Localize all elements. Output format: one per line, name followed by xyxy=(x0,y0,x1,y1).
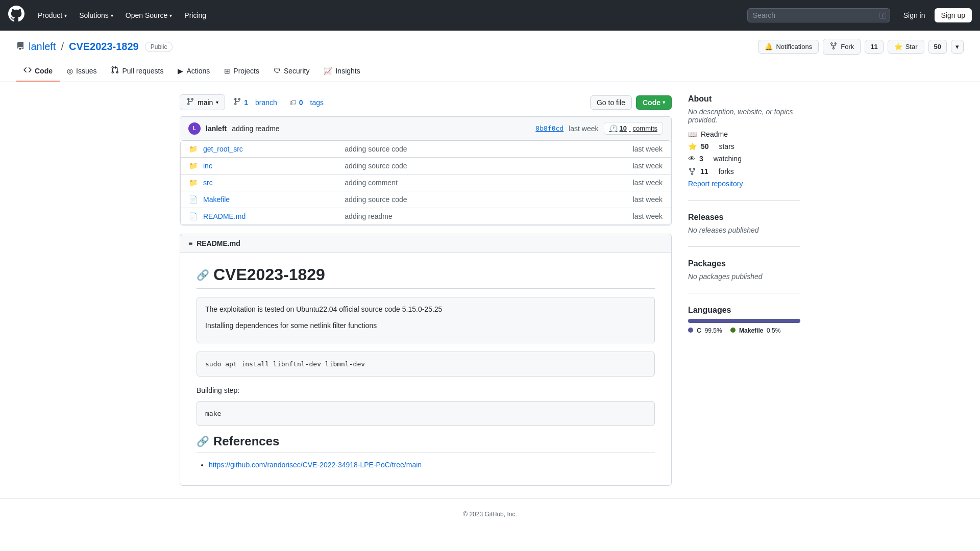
repo-name[interactable]: CVE2023-1829 xyxy=(69,41,139,53)
readme-references-title: 🔗 References xyxy=(197,434,655,453)
file-row: 📄 Makefile adding source code last week xyxy=(181,191,671,208)
readme-icon: 📖 xyxy=(688,130,697,138)
report-link[interactable]: Report repository xyxy=(688,180,743,188)
commit-author[interactable]: lanleft xyxy=(206,124,227,133)
language-legend: C 99.5% Makefile 0.5% xyxy=(688,327,800,334)
nav-product[interactable]: Product ▾ xyxy=(33,8,72,22)
file-name-inc[interactable]: inc xyxy=(203,162,338,170)
commit-message: adding readme xyxy=(232,124,279,133)
branches-link[interactable]: 1 branch xyxy=(229,95,281,110)
signup-button[interactable]: Sign up xyxy=(935,8,972,22)
pr-icon xyxy=(111,66,119,76)
signin-button[interactable]: Sign in xyxy=(898,9,930,22)
tags-link[interactable]: 🏷 0 tags xyxy=(285,96,328,109)
file-commit: adding source code xyxy=(345,145,616,153)
branches-count: 1 xyxy=(244,98,248,107)
chevron-down-icon: ▾ xyxy=(111,13,113,18)
file-time: last week xyxy=(622,162,663,170)
eye-icon: 👁 xyxy=(688,155,695,163)
link-icon[interactable]: 🔗 xyxy=(197,435,209,447)
file-name-readme[interactable]: README.md xyxy=(203,212,338,220)
nav-solutions[interactable]: Solutions ▾ xyxy=(74,8,118,22)
file-name-src[interactable]: src xyxy=(203,179,338,187)
tab-insights[interactable]: 📈 Insights xyxy=(316,61,367,82)
search-box: / xyxy=(747,8,890,22)
file-commit: adding source code xyxy=(345,162,616,170)
chevron-down-icon: ▾ xyxy=(663,99,665,105)
repo-icon xyxy=(16,42,24,52)
tab-issues[interactable]: ◎ Issues xyxy=(60,61,104,82)
fork-icon xyxy=(829,42,838,52)
footer: © 2023 GitHub, Inc. xyxy=(0,498,980,530)
forks-stat: 11 forks xyxy=(688,167,800,176)
tab-projects[interactable]: ⊞ Projects xyxy=(217,61,266,82)
repo-separator: / xyxy=(61,41,64,53)
folder-icon: 📁 xyxy=(189,145,197,153)
repo-owner[interactable]: lanleft xyxy=(29,41,56,53)
bell-icon: 🔔 xyxy=(765,43,773,51)
file-time: last week xyxy=(622,195,663,204)
commit-banner: L lanleft adding readme 8b8f0cd last wee… xyxy=(180,116,672,226)
list-item: https://github.com/randorisec/CVE-2022-3… xyxy=(209,459,655,470)
actions-icon: ▶ xyxy=(178,67,183,75)
folder-icon: 📁 xyxy=(189,162,197,170)
code-label: Code xyxy=(643,98,660,107)
language-bar xyxy=(688,319,800,323)
file-commit: adding readme xyxy=(345,212,616,220)
file-row: 📁 get_root_src adding source code last w… xyxy=(181,141,671,158)
fork-button[interactable]: Fork xyxy=(823,39,861,55)
lang-make-bar xyxy=(800,319,800,323)
watching-stat: 👁 3 watching xyxy=(688,155,800,163)
tab-security[interactable]: 🛡 Security xyxy=(266,61,317,82)
lang-make-dot xyxy=(730,328,736,333)
lang-c-bar xyxy=(688,319,800,323)
file-time: last week xyxy=(622,179,663,187)
readme-icon: ≡ xyxy=(188,239,192,247)
repo-content: main ▾ 1 branch 🏷 0 tags Go to file Code… xyxy=(180,94,672,486)
file-name-get-root-src[interactable]: get_root_src xyxy=(203,145,338,153)
search-input[interactable] xyxy=(747,8,890,22)
commit-hash[interactable]: 8b8f0cd xyxy=(535,124,564,132)
sidebar-languages: Languages C 99.5% Makefile 0.5% xyxy=(688,306,800,346)
file-row: 📁 inc adding source code last week xyxy=(181,158,671,174)
readme-filename: README.md xyxy=(197,239,240,247)
add-button[interactable]: ▾ xyxy=(951,40,964,54)
fork-count[interactable]: 11 xyxy=(865,40,883,54)
stars-stat: ⭐ 50 stars xyxy=(688,142,800,151)
star-icon: ⭐ xyxy=(688,142,697,151)
code-button[interactable]: Code ▾ xyxy=(636,95,672,110)
reference-link-1[interactable]: https://github.com/randorisec/CVE-2022-3… xyxy=(209,461,422,469)
insights-icon: 📈 xyxy=(324,67,332,75)
tab-actions[interactable]: ▶ Actions xyxy=(170,61,217,82)
readme-body: 🔗 CVE2023-1829 The exploitation is teste… xyxy=(180,253,672,486)
star-count[interactable]: 50 xyxy=(928,40,947,54)
notifications-button[interactable]: 🔔 Notifications xyxy=(758,40,819,54)
lang-make-legend: Makefile 0.5% xyxy=(730,327,781,334)
link-icon[interactable]: 🔗 xyxy=(197,269,209,281)
sidebar-releases: Releases No releases published xyxy=(688,213,800,247)
code-icon xyxy=(23,66,32,76)
sidebar: About No description, website, or topics… xyxy=(688,94,800,486)
file-name-makefile[interactable]: Makefile xyxy=(203,195,338,204)
tab-code[interactable]: Code xyxy=(16,61,60,82)
fork-icon xyxy=(688,167,696,176)
main-content: main ▾ 1 branch 🏷 0 tags Go to file Code… xyxy=(163,82,817,498)
commit-row: L lanleft adding readme 8b8f0cd last wee… xyxy=(180,117,671,140)
star-button[interactable]: ⭐ Star xyxy=(888,40,924,54)
branch-name: main xyxy=(198,98,213,107)
commits-link[interactable]: 🕐 10 commits xyxy=(604,122,663,135)
nav-pricing[interactable]: Pricing xyxy=(179,8,211,22)
github-logo[interactable] xyxy=(8,6,24,25)
projects-icon: ⊞ xyxy=(224,67,230,75)
chevron-down-icon: ▾ xyxy=(64,13,67,18)
branch-meta-icon xyxy=(233,97,241,107)
about-title: About xyxy=(688,94,800,104)
nav-open-source[interactable]: Open Source ▾ xyxy=(120,8,178,22)
branch-selector[interactable]: main ▾ xyxy=(180,94,225,110)
packages-empty: No packages published xyxy=(688,272,800,281)
top-nav: Product ▾ Solutions ▾ Open Source ▾ Pric… xyxy=(0,0,980,31)
readme-link[interactable]: 📖 Readme xyxy=(688,130,800,138)
tab-pull-requests[interactable]: Pull requests xyxy=(104,61,170,82)
commit-avatar: L xyxy=(188,122,201,135)
go-to-file-button[interactable]: Go to file xyxy=(590,95,632,110)
